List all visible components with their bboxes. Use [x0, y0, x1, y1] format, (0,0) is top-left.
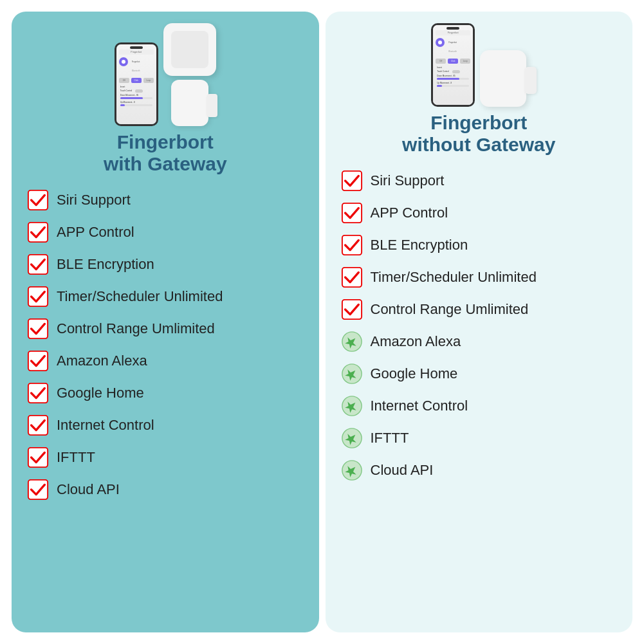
- checkmark-icon: [27, 318, 49, 340]
- feature-text: Timer/Scheduler Unlimited: [371, 269, 537, 286]
- checkmark-icon: [341, 234, 363, 256]
- checkmark-icon: [27, 414, 49, 436]
- feature-text: IFTTT: [57, 449, 95, 466]
- checkmark-icon: [341, 170, 363, 192]
- feature-text: Google Home: [371, 365, 458, 382]
- feature-item: Google Home: [24, 378, 306, 408]
- feature-item: IFTTT: [338, 423, 620, 453]
- feature-item: Cloud API: [24, 475, 306, 504]
- feature-item: BLE Encryption: [24, 250, 306, 279]
- checkmark-icon: [27, 189, 49, 211]
- checkmark-icon: [27, 382, 49, 404]
- comparison-container: Fingerbot FingerbotBluetooth Off Click L…: [0, 0, 644, 644]
- left-phone: Fingerbot FingerbotBluetooth Off Click L…: [115, 42, 158, 126]
- unavailable-icon: [341, 427, 363, 449]
- feature-text: Cloud API: [57, 481, 120, 498]
- right-column: Fingerbot FingerbotBluetooth Off Click L…: [326, 12, 633, 632]
- checkmark-icon: [27, 253, 49, 275]
- checkmark-icon: [341, 202, 363, 224]
- left-header: Fingerbot FingerbotBluetooth Off Click L…: [24, 23, 306, 175]
- feature-item: Siri Support: [338, 166, 620, 196]
- feature-text: BLE Encryption: [57, 256, 154, 273]
- left-gateway-area: [163, 23, 216, 126]
- feature-item: Internet Control: [24, 410, 306, 440]
- feature-item: Control Range Umlimited: [338, 295, 620, 324]
- feature-text: IFTTT: [371, 430, 409, 446]
- feature-text: Control Range Umlimited: [371, 301, 529, 318]
- right-title: Fingerbort without Gateway: [402, 112, 555, 156]
- left-title: Fingerbort with Gateway: [104, 131, 227, 175]
- feature-item: Amazon Alexa: [338, 327, 620, 356]
- feature-item: Internet Control: [338, 391, 620, 421]
- feature-item: Control Range Umlimited: [24, 314, 306, 344]
- feature-item: APP Control: [338, 198, 620, 228]
- feature-text: Internet Control: [371, 398, 468, 414]
- feature-text: APP Control: [57, 224, 134, 241]
- unavailable-icon: [341, 331, 363, 353]
- feature-item: APP Control: [24, 217, 306, 247]
- feature-item: Google Home: [338, 359, 620, 389]
- feature-text: Cloud API: [371, 462, 434, 479]
- left-features-list: Siri Support APP Control BLE Encryption …: [24, 185, 306, 617]
- checkmark-icon: [341, 266, 363, 288]
- checkmark-icon: [27, 479, 49, 501]
- right-fingerbot: [480, 50, 526, 107]
- feature-item: Cloud API: [338, 455, 620, 485]
- feature-item: Timer/Scheduler Unlimited: [24, 282, 306, 311]
- feature-text: Google Home: [57, 385, 144, 401]
- feature-text: Control Range Umlimited: [57, 320, 215, 337]
- feature-item: BLE Encryption: [338, 230, 620, 260]
- feature-item: Siri Support: [24, 185, 306, 215]
- feature-text: APP Control: [371, 205, 448, 221]
- feature-text: BLE Encryption: [371, 237, 468, 253]
- left-fingerbot: [171, 80, 208, 126]
- checkmark-icon: [27, 286, 49, 308]
- right-phone: Fingerbot FingerbotBluetooth Off Click L…: [431, 23, 475, 107]
- checkmark-icon: [27, 446, 49, 468]
- feature-text: Siri Support: [371, 172, 445, 189]
- right-devices: Fingerbot FingerbotBluetooth Off Click L…: [431, 23, 526, 107]
- feature-item: Timer/Scheduler Unlimited: [338, 262, 620, 292]
- checkmark-icon: [27, 350, 49, 372]
- unavailable-icon: [341, 363, 363, 385]
- feature-item: Amazon Alexa: [24, 346, 306, 376]
- feature-item: IFTTT: [24, 443, 306, 472]
- checkmark-icon: [27, 221, 49, 243]
- left-devices: Fingerbot FingerbotBluetooth Off Click L…: [115, 23, 216, 126]
- feature-text: Amazon Alexa: [371, 333, 461, 350]
- unavailable-icon: [341, 395, 363, 417]
- unavailable-icon: [341, 459, 363, 481]
- feature-text: Timer/Scheduler Unlimited: [57, 288, 223, 305]
- left-phone-screen: Fingerbot FingerbotBluetooth Off Click L…: [116, 44, 156, 124]
- right-phone-screen: Fingerbot FingerbotBluetooth Off Click L…: [433, 25, 473, 105]
- left-column: Fingerbot FingerbotBluetooth Off Click L…: [12, 12, 319, 632]
- feature-text: Siri Support: [57, 192, 131, 208]
- right-features-list: Siri Support APP Control BLE Encryption …: [338, 166, 620, 617]
- feature-text: Internet Control: [57, 417, 154, 434]
- checkmark-icon: [341, 299, 363, 320]
- feature-text: Amazon Alexa: [57, 353, 147, 369]
- gateway-device: [163, 23, 216, 76]
- right-header: Fingerbot FingerbotBluetooth Off Click L…: [338, 23, 620, 156]
